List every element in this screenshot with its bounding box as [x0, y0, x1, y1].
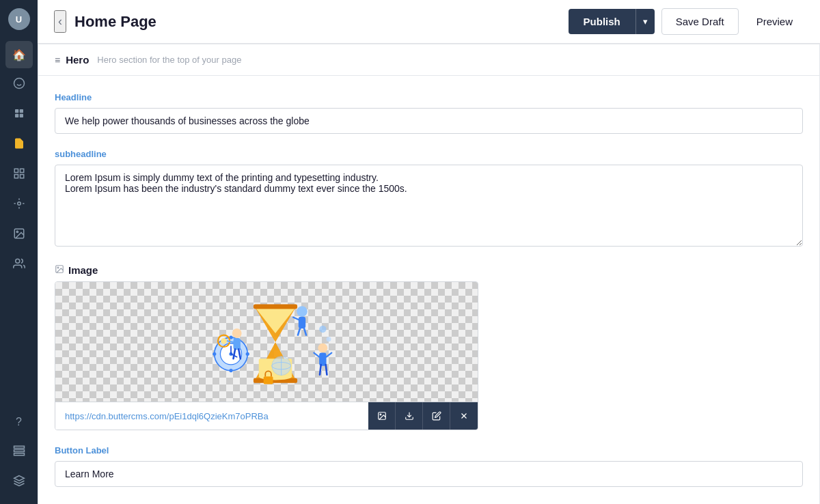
svg-rect-37 [299, 316, 305, 328]
image-action-buttons [368, 402, 478, 430]
svg-point-49 [232, 328, 242, 338]
section-title: Hero [66, 54, 89, 66]
image-label-row: Image [55, 264, 803, 276]
image-url-input[interactable] [55, 404, 368, 428]
image-label: Image [68, 264, 98, 276]
publish-dropdown-button[interactable]: ▾ [636, 9, 655, 34]
page-title: Home Page [74, 13, 569, 31]
button-label-input[interactable] [55, 461, 803, 487]
sidebar-item-feed[interactable] [5, 71, 33, 98]
image-field-icon [55, 264, 64, 276]
hero-section-panel: ≡ Hero Hero section for the top of your … [38, 44, 820, 504]
svg-point-41 [319, 325, 326, 332]
page-content: ≡ Hero Hero section for the top of your … [38, 44, 820, 504]
sidebar-item-layers[interactable] [5, 468, 33, 496]
headline-label: Headline [55, 92, 803, 102]
svg-point-20 [57, 267, 59, 268]
button-label-label: Button Label [55, 445, 803, 456]
svg-rect-6 [19, 114, 23, 117]
sidebar-item-users[interactable] [5, 251, 33, 279]
svg-rect-50 [233, 337, 240, 349]
form-body: Headline subheadline Lorem Ipsum is simp… [38, 76, 819, 504]
svg-rect-9 [14, 175, 18, 178]
main-wrapper: ‹ Home Page Publish ▾ Save Draft Preview… [38, 0, 820, 504]
sidebar: U 🏠 ? [0, 0, 38, 504]
svg-rect-8 [20, 169, 23, 172]
svg-rect-15 [14, 446, 24, 448]
image-preview [55, 282, 478, 402]
svg-point-35 [246, 352, 249, 355]
avatar[interactable]: U [8, 8, 30, 30]
preview-button[interactable]: Preview [746, 9, 804, 34]
svg-point-11 [17, 202, 20, 206]
section-drag-icon: ≡ [55, 55, 60, 66]
svg-line-39 [304, 327, 306, 335]
save-draft-button[interactable]: Save Draft [661, 8, 739, 35]
svg-line-38 [298, 327, 300, 335]
feed-icon [13, 77, 25, 92]
back-button[interactable]: ‹ [54, 10, 66, 33]
svg-rect-17 [14, 453, 24, 456]
svg-point-43 [318, 343, 327, 352]
image-edit-button[interactable] [423, 402, 450, 430]
svg-rect-44 [319, 352, 326, 365]
sidebar-item-home[interactable]: 🏠 [5, 41, 33, 68]
svg-rect-4 [19, 109, 23, 113]
svg-marker-24 [256, 309, 294, 333]
sidebar-item-help[interactable]: ? [5, 408, 33, 436]
subheadline-field-group: subheadline Lorem Ipsum is simply dummy … [55, 149, 803, 249]
users-icon [13, 257, 25, 272]
svg-rect-56 [264, 376, 273, 384]
media-icon [13, 227, 25, 242]
image-container [55, 281, 478, 430]
layers-icon [13, 475, 25, 490]
pages-icon [13, 107, 25, 122]
svg-point-14 [15, 259, 19, 263]
help-icon: ? [16, 416, 22, 428]
svg-line-45 [320, 364, 321, 374]
image-url-bar [55, 402, 478, 430]
svg-rect-7 [14, 169, 18, 172]
blocks-icon [13, 137, 25, 152]
sidebar-item-media[interactable] [5, 221, 33, 249]
button-label-field-group: Button Label [55, 445, 803, 487]
home-icon: 🏠 [12, 48, 26, 61]
subheadline-textarea[interactable]: Lorem Ipsum is simply dummy text of the … [55, 165, 803, 247]
image-field-group: Image [55, 264, 803, 430]
svg-point-36 [297, 306, 308, 317]
svg-point-34 [213, 352, 216, 355]
svg-line-47 [314, 352, 319, 356]
svg-point-0 [14, 79, 24, 89]
image-upload-button[interactable] [368, 402, 396, 430]
sidebar-item-components[interactable] [5, 438, 33, 466]
svg-point-52 [221, 337, 227, 344]
section-header: ≡ Hero Hero section for the top of your … [38, 44, 819, 76]
page-header: ‹ Home Page Publish ▾ Save Draft Preview [38, 0, 820, 44]
sidebar-item-integrations[interactable] [5, 191, 33, 219]
grid-icon [13, 167, 25, 182]
hero-illustration [178, 284, 355, 400]
section-subtitle: Hero section for the top of your page [97, 55, 241, 65]
subheadline-label: subheadline [55, 149, 803, 159]
publish-button[interactable]: Publish [569, 9, 636, 34]
svg-line-40 [293, 317, 299, 319]
svg-line-48 [327, 352, 332, 356]
image-remove-button[interactable] [450, 402, 478, 430]
header-actions: Publish ▾ Save Draft Preview [569, 8, 804, 35]
headline-input[interactable] [55, 108, 803, 134]
sidebar-item-blocks[interactable] [5, 131, 33, 158]
sidebar-item-grid[interactable] [5, 161, 33, 188]
integrations-icon [13, 197, 25, 212]
svg-rect-22 [254, 304, 297, 309]
headline-field-group: Headline [55, 92, 803, 134]
image-download-button[interactable] [396, 402, 423, 430]
sidebar-item-pages[interactable] [5, 101, 33, 128]
svg-point-61 [380, 414, 381, 415]
svg-point-42 [327, 337, 331, 341]
svg-line-46 [326, 364, 327, 374]
svg-rect-10 [20, 175, 23, 178]
svg-rect-3 [15, 109, 18, 113]
svg-point-33 [229, 369, 232, 372]
publish-group: Publish ▾ [569, 9, 655, 34]
svg-rect-16 [14, 450, 24, 452]
